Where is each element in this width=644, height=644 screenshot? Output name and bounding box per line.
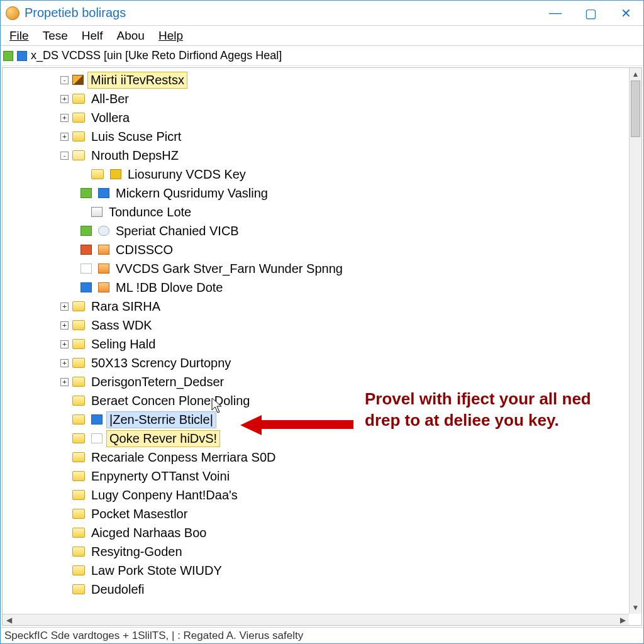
path-icon-2 [17, 51, 27, 61]
folder-icon [72, 358, 85, 368]
tree-item[interactable]: Deudolefi [3, 580, 629, 599]
tree-item-root[interactable]: - Miirti iiTevRestsx [3, 70, 629, 89]
tree-label[interactable]: Lugy Conpeny Hant!Daa's [89, 487, 240, 503]
tree-label[interactable]: ML !DB Dlove Dote [113, 280, 225, 296]
scroll-right-icon[interactable]: ▶ [616, 614, 629, 625]
horizontal-scrollbar[interactable]: ◀ ▶ [3, 614, 629, 625]
tree-label[interactable]: Vollera [89, 110, 132, 126]
folder-icon [72, 131, 85, 142]
folder-icon [72, 94, 85, 104]
tree-view[interactable]: - Miirti iiTevRestsx +All-Ber +Vollera +… [3, 68, 629, 614]
expander-icon[interactable]: - [60, 152, 69, 160]
expander-icon[interactable]: + [60, 114, 69, 122]
expander-icon[interactable]: + [60, 359, 69, 367]
tree-item[interactable]: Pocket Masestlor [3, 504, 629, 523]
tree-label[interactable]: All-Ber [89, 91, 131, 107]
tree-label[interactable]: CDISSCO [113, 242, 175, 258]
tree-label[interactable]: Seling Hald [89, 336, 158, 352]
page-icon [80, 264, 92, 274]
tree-item[interactable]: Tondunce Lote [3, 203, 629, 221]
tree-label[interactable]: Qoke Rever hiDvS! [106, 430, 220, 447]
menu-helf[interactable]: Helf [75, 26, 109, 45]
tree-item[interactable]: Beraet Concen Plone Doling [3, 391, 629, 410]
folder-icon [72, 490, 85, 500]
tree-item[interactable]: Speriat Chanied VICB [3, 221, 629, 240]
folder-icon [72, 471, 85, 481]
tree-item[interactable]: +50X13 Scrency Durtopny [3, 353, 629, 372]
menu-file[interactable]: File [3, 26, 35, 45]
tree-label[interactable]: Rara SIRHA [89, 299, 163, 314]
tree-item[interactable]: +Rara SIRHA [3, 297, 629, 316]
tree-label[interactable]: Mickern Qusridumy Vasling [113, 186, 270, 201]
folder-icon [72, 528, 85, 538]
expander-icon[interactable]: + [60, 340, 69, 348]
tree-label[interactable]: Aicged Narhaas Boo [89, 525, 209, 541]
tree-item[interactable]: Enpynerty OTTanst Voini [3, 467, 629, 486]
tree-item[interactable]: Liosuruny VCDS Key [3, 165, 629, 184]
tree-item[interactable]: +Luis Scuse Picrt [3, 127, 629, 146]
tree-item[interactable]: +Vollera [3, 108, 629, 127]
expander-icon[interactable]: + [60, 378, 69, 386]
tree-label[interactable]: Luis Scuse Picrt [89, 129, 184, 145]
tree-item[interactable]: Law Pork Stote WIUDY [3, 561, 629, 580]
cloud-icon [98, 226, 109, 236]
expander-icon[interactable]: + [60, 95, 69, 103]
scroll-thumb[interactable] [631, 80, 640, 137]
tree-item[interactable]: +All-Ber [3, 89, 629, 108]
tree-label[interactable]: Speriat Chanied VICB [113, 223, 242, 239]
folder-icon [72, 396, 85, 406]
tree-label[interactable]: Liosuruny VCDS Key [125, 167, 248, 182]
close-button[interactable]: ✕ [608, 1, 643, 26]
tree-item[interactable]: ML !DB Dlove Dote [3, 278, 629, 297]
tree-item-yellow[interactable]: Qoke Rever hiDvS! [3, 429, 629, 448]
tree-label[interactable]: 50X13 Scrency Durtopny [89, 355, 233, 371]
app-icon [6, 6, 19, 20]
scroll-down-icon[interactable]: ▼ [630, 601, 641, 614]
tree-item[interactable]: +Sass WDK [3, 316, 629, 335]
tree-item[interactable]: Lugy Conpeny Hant!Daa's [3, 486, 629, 504]
tree-label[interactable]: Pocket Masestlor [89, 506, 190, 522]
folder-icon [72, 584, 85, 594]
tree-item[interactable]: Aicged Narhaas Boo [3, 523, 629, 542]
tree-label[interactable]: Deudolefi [89, 582, 147, 597]
tree-label[interactable]: Law Pork Stote WIUDY [89, 563, 225, 579]
tree-item[interactable]: -Nrouth DepsHZ [3, 146, 629, 165]
expander-icon[interactable]: + [60, 321, 69, 330]
folder-icon [72, 377, 85, 387]
folder-icon [72, 452, 85, 462]
tree-label[interactable]: Tondunce Lote [106, 204, 194, 220]
tree-item[interactable]: VVCDS Gark Stver_Farn Wunder Spnng [3, 259, 629, 278]
tree-item[interactable]: Mickern Qusridumy Vasling [3, 184, 629, 203]
tree-label[interactable]: Sass WDK [89, 318, 155, 333]
tree-label[interactable]: DerisgonTetern_Dedser [89, 374, 226, 390]
blue-icon [80, 282, 92, 292]
tree-label[interactable]: Recariale Conpess Merriara S0D [89, 450, 278, 465]
tree-item[interactable]: Recariale Conpess Merriara S0D [3, 448, 629, 467]
tree-item-blue[interactable]: |Zen-Sterrie Bticle| [3, 410, 629, 429]
expander-icon[interactable]: - [60, 76, 69, 84]
tree-item[interactable]: +Seling Hald [3, 335, 629, 353]
tree-item[interactable]: +DerisgonTetern_Dedser [3, 372, 629, 391]
menu-help[interactable]: Help [152, 26, 189, 45]
expander-icon[interactable]: + [60, 303, 69, 311]
tree-label[interactable]: |Zen-Sterrie Bticle| [106, 411, 216, 428]
menu-tese[interactable]: Tese [36, 26, 74, 45]
maximize-button[interactable]: ▢ [573, 1, 608, 26]
tree-item[interactable]: Resyitng-Goden [3, 542, 629, 561]
pathbar[interactable]: x_DS VCDSS [uin [Uke Reto Dirfiond Agegs… [1, 46, 643, 66]
tree-label[interactable]: VVCDS Gark Stver_Farn Wunder Spnng [113, 261, 345, 277]
tree-item[interactable]: CDISSCO [3, 240, 629, 259]
tree-label[interactable]: Nrouth DepsHZ [89, 148, 181, 164]
window-title: Propetieb bolirags [25, 6, 538, 20]
scroll-up-icon[interactable]: ▲ [630, 68, 641, 80]
minimize-button[interactable]: — [538, 1, 573, 26]
menu-abou[interactable]: Abou [111, 26, 151, 45]
tree-label[interactable]: Beraet Concen Plone Doling [89, 393, 252, 409]
expander-icon[interactable]: + [60, 133, 69, 141]
tree-label[interactable]: Enpynerty OTTanst Voini [89, 469, 232, 484]
tree-label[interactable]: Miirti iiTevRestsx [87, 72, 187, 89]
scroll-left-icon[interactable]: ◀ [3, 614, 15, 625]
vertical-scrollbar[interactable]: ▲ ▼ [629, 68, 641, 614]
titlebar[interactable]: Propetieb bolirags — ▢ ✕ [1, 1, 643, 26]
tree-label[interactable]: Resyitng-Goden [89, 544, 185, 560]
